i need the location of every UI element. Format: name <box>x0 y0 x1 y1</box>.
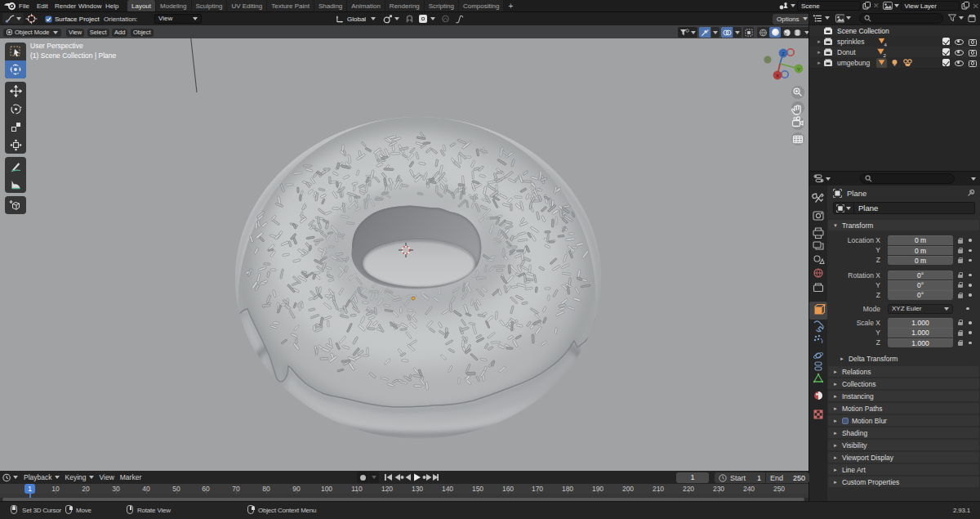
svg-text:Y: Y <box>797 67 800 72</box>
svg-text:4: 4 <box>884 42 887 47</box>
svg-text:(1) Scene Collection | Plane: (1) Scene Collection | Plane <box>30 51 116 60</box>
svg-text:X: X <box>776 74 779 78</box>
svg-text:Z: Z <box>782 51 785 56</box>
svg-text:User Perspective: User Perspective <box>30 42 83 50</box>
svg-text:2: 2 <box>883 52 886 57</box>
